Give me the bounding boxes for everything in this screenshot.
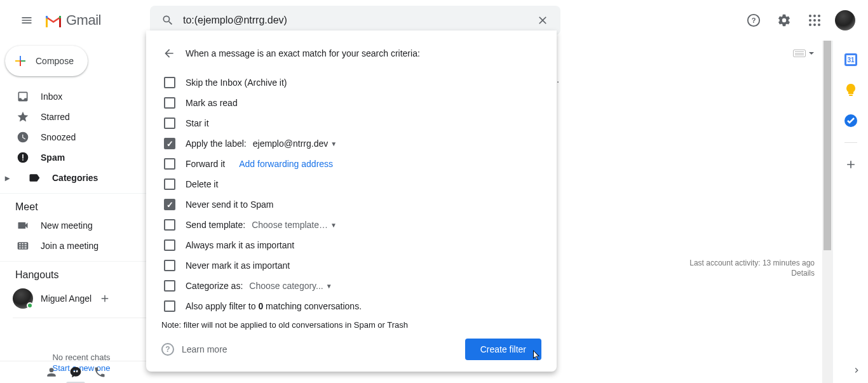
presence-indicator — [27, 302, 33, 309]
option-label: Never mark it as important — [186, 260, 290, 271]
settings-icon[interactable] — [771, 8, 797, 33]
phone-tab[interactable] — [88, 361, 112, 383]
expand-arrow-icon: ▸ — [5, 173, 13, 183]
learn-more-label: Learn more — [182, 344, 227, 354]
checkbox[interactable] — [164, 260, 175, 271]
gmail-logo-text: Gmail — [66, 12, 101, 29]
checkbox[interactable] — [164, 280, 175, 292]
checkbox[interactable] — [164, 77, 175, 88]
svg-point-9 — [813, 24, 816, 26]
checkbox[interactable] — [164, 97, 175, 109]
input-tools-button[interactable] — [793, 50, 815, 57]
new-meeting-label: New meeting — [41, 220, 93, 231]
back-icon[interactable] — [161, 46, 177, 61]
label-select[interactable]: ejemplo@ntrrg.dev ▼ — [253, 138, 337, 149]
option-star-it[interactable]: Star it — [161, 113, 541, 133]
tasks-app-icon[interactable] — [838, 108, 864, 133]
video-icon — [17, 219, 29, 232]
svg-point-4 — [818, 15, 820, 17]
option-label: Categorize as: — [186, 281, 243, 291]
option-skip-inbox[interactable]: Skip the Inbox (Archive it) — [161, 72, 541, 93]
option-categorize-as[interactable]: Categorize as: Choose category... ▼ — [161, 276, 541, 296]
search-input[interactable] — [180, 15, 530, 26]
activity-details-link[interactable]: Details — [689, 269, 815, 278]
get-addons-icon[interactable] — [838, 152, 864, 177]
contacts-tab[interactable] — [39, 361, 64, 383]
svg-rect-12 — [22, 154, 24, 159]
chevron-down-icon: ▼ — [330, 222, 337, 229]
nav-item-label: Starred — [41, 112, 70, 122]
hangouts-tab[interactable] — [64, 361, 88, 383]
main-menu-icon[interactable] — [11, 5, 42, 36]
svg-point-10 — [818, 24, 820, 26]
checkbox[interactable] — [164, 219, 175, 231]
keep-app-icon[interactable] — [838, 77, 864, 103]
support-icon[interactable]: ? — [741, 8, 766, 33]
calendar-app-icon[interactable]: 31 — [838, 47, 864, 72]
create-filter-button[interactable]: Create filter — [465, 339, 541, 360]
svg-text:31: 31 — [847, 57, 855, 64]
new-meeting-button[interactable]: New meeting — [0, 215, 163, 236]
hangouts-user-row[interactable]: Miguel Angel — [0, 283, 163, 314]
side-panel-toggle[interactable] — [851, 365, 862, 375]
join-meeting-button[interactable]: Join a meeting — [0, 236, 163, 256]
header-right: ? — [741, 8, 863, 33]
checkbox[interactable] — [164, 300, 175, 312]
clear-search-icon[interactable] — [530, 8, 555, 33]
svg-text:?: ? — [752, 17, 756, 24]
checkbox[interactable] — [164, 178, 175, 190]
hangouts-username: Miguel Angel — [41, 293, 92, 304]
compose-button[interactable]: Compose — [5, 46, 88, 76]
learn-more-link[interactable]: ? Learn more — [161, 343, 227, 356]
chevron-down-icon: ▼ — [326, 283, 332, 290]
checkbox-checked[interactable] — [164, 199, 175, 210]
nav-categories[interactable]: ▸ Categories — [0, 168, 158, 188]
nav-starred[interactable]: Starred — [0, 107, 158, 127]
option-forward-it[interactable]: Forward it Add forwarding address — [161, 154, 541, 174]
header-left: Gmail — [5, 5, 150, 36]
nav-spam[interactable]: Spam 1 — [0, 147, 158, 168]
category-select-value: Choose category... — [249, 281, 323, 291]
main-scrollbar[interactable] — [822, 41, 832, 383]
svg-point-2 — [809, 15, 811, 17]
nav-item-label: Categories — [52, 173, 98, 183]
star-icon — [17, 111, 29, 123]
option-also-apply[interactable]: Also apply filter to 0 matching conversa… — [161, 296, 541, 316]
template-select[interactable]: Choose template… ▼ — [252, 220, 337, 230]
checkbox[interactable] — [164, 239, 175, 251]
option-mark-read[interactable]: Mark as read — [161, 93, 541, 113]
category-select[interactable]: Choose category... ▼ — [249, 281, 332, 291]
gmail-logo[interactable]: Gmail — [44, 12, 101, 29]
filter-dropdown: When a message is an exact match for you… — [146, 30, 557, 372]
nav-inbox[interactable]: Inbox — [0, 86, 158, 107]
clock-icon — [17, 131, 29, 144]
svg-rect-17 — [849, 95, 853, 96]
option-label: Mark as read — [186, 98, 238, 108]
account-avatar[interactable] — [835, 10, 855, 30]
divider — [13, 318, 150, 318]
chevron-down-icon — [808, 50, 815, 57]
option-always-important[interactable]: Always mark it as important — [161, 235, 541, 255]
add-forwarding-link[interactable]: Add forwarding address — [239, 159, 333, 169]
checkbox[interactable] — [164, 158, 175, 170]
option-label: Always mark it as important — [186, 240, 294, 250]
spam-icon — [17, 151, 29, 164]
checkbox[interactable] — [164, 118, 175, 129]
option-send-template[interactable]: Send template: Choose template… ▼ — [161, 215, 541, 235]
option-never-spam[interactable]: Never send it to Spam — [161, 194, 541, 215]
checkbox-checked[interactable] — [164, 138, 175, 149]
nav-snoozed[interactable]: Snoozed — [0, 127, 158, 147]
template-select-value: Choose template… — [252, 220, 328, 230]
divider — [0, 261, 163, 262]
side-panel: 31 — [832, 41, 868, 383]
option-delete-it[interactable]: Delete it — [161, 174, 541, 194]
option-never-important[interactable]: Never mark it as important — [161, 255, 541, 276]
new-chat-icon[interactable] — [99, 293, 111, 304]
option-label: Also apply filter to 0 matching conversa… — [186, 301, 362, 311]
option-apply-label[interactable]: Apply the label: ejemplo@ntrrg.dev ▼ — [161, 133, 541, 154]
apps-icon[interactable] — [802, 8, 827, 33]
search-icon[interactable] — [155, 8, 180, 33]
scrollbar-thumb[interactable] — [824, 41, 831, 250]
sidebar-footer-tabs — [0, 361, 163, 383]
nav-item-label: Snoozed — [41, 132, 76, 142]
